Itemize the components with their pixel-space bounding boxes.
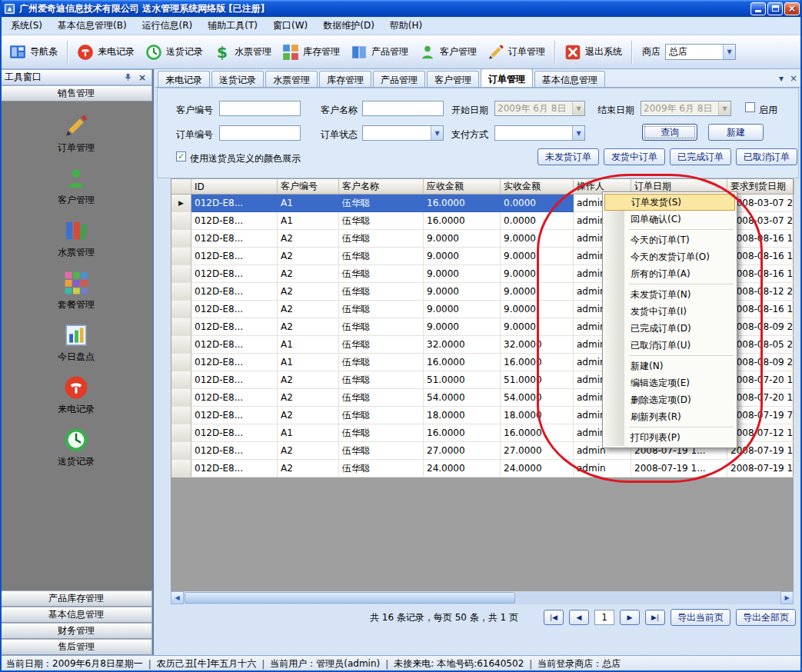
export-current-page-button[interactable]: 导出当前页 xyxy=(671,609,730,626)
context-menu-item-1[interactable]: 回单确认(C) xyxy=(604,211,735,228)
order-status-select[interactable]: ▼ xyxy=(362,125,444,141)
context-menu-item-3[interactable]: 今天的订单(T) xyxy=(604,231,735,248)
sidebar-group-0[interactable]: 产品库存管理 xyxy=(0,590,152,607)
tab-3[interactable]: 库存管理 xyxy=(319,71,371,87)
column-header-7[interactable]: 要求到货日期 xyxy=(727,179,794,195)
minimize-button[interactable] xyxy=(750,2,766,15)
toolbar-book-button[interactable]: 产品管理 xyxy=(346,41,413,64)
column-header-3[interactable]: 应收金额 xyxy=(424,179,501,195)
start-date-picker[interactable]: 2009年 6月 8日 ▼ xyxy=(494,101,585,116)
next-page-button[interactable]: ▶ xyxy=(620,610,640,625)
sidebar-item-5[interactable]: 来电记录 xyxy=(58,375,95,416)
tab-7[interactable]: 基本信息管理 xyxy=(534,71,605,87)
column-header-2[interactable]: 客户名称 xyxy=(339,179,424,195)
color-display-checkbox[interactable]: ✓ xyxy=(176,151,186,161)
context-menu-item-0[interactable]: 订单发货(S) xyxy=(604,194,735,211)
context-menu-item-13[interactable]: 编辑选定项(E) xyxy=(604,374,735,391)
toolbar-nav-panel-button[interactable]: 导航条 xyxy=(5,41,62,64)
order-status-filter-button-0[interactable]: 未发货订单 xyxy=(537,148,599,165)
context-menu-item-10[interactable]: 已取消订单(U) xyxy=(604,337,735,354)
enable-date-checkbox[interactable] xyxy=(745,102,755,112)
sidebar-close-icon[interactable]: × xyxy=(137,72,148,83)
store-select[interactable]: 总店 ▼ xyxy=(665,44,736,60)
tab-6[interactable]: 订单管理 xyxy=(481,68,533,87)
prev-page-button[interactable]: ◀ xyxy=(569,610,589,625)
context-menu-item-12[interactable]: 新建(N) xyxy=(604,358,735,374)
menu-item-5[interactable]: 数据维护(D) xyxy=(315,17,382,35)
sidebar-item-4[interactable]: 今日盘点 xyxy=(58,323,95,364)
sidebar-item-1[interactable]: 客户管理 xyxy=(58,166,95,207)
cell: 27.0000 xyxy=(501,442,574,460)
context-menu-item-8[interactable]: 发货中订单(I) xyxy=(604,303,735,320)
context-menu-item-5[interactable]: 所有的订单(A) xyxy=(604,265,735,282)
tab-1[interactable]: 送货记录 xyxy=(211,71,264,87)
sidebar-group-3[interactable]: 售后管理 xyxy=(0,639,152,655)
scroll-right-icon[interactable]: ▶ xyxy=(780,591,794,604)
new-button[interactable]: 新建 xyxy=(708,124,764,141)
cell: 2008-08-09 2... xyxy=(727,318,794,336)
customer-name-input[interactable] xyxy=(362,101,444,116)
pin-icon[interactable] xyxy=(122,73,133,82)
order-status-filter-button-1[interactable]: 发货中订单 xyxy=(604,148,665,165)
toolbar-inventory-grid-button[interactable]: 库存管理 xyxy=(278,41,344,64)
column-header-0[interactable]: ID xyxy=(191,179,278,195)
close-button[interactable]: × xyxy=(784,2,800,15)
tab-0[interactable]: 来电记录 xyxy=(158,71,210,87)
cell: 2008-08-05 2... xyxy=(727,336,794,354)
sidebar-item-6[interactable]: 送货记录 xyxy=(58,427,95,468)
first-page-button[interactable]: |◀ xyxy=(544,610,564,625)
maximize-button[interactable] xyxy=(767,2,783,15)
context-menu-item-9[interactable]: 已完成订单(D) xyxy=(604,320,735,337)
sidebar-item-2[interactable]: 水票管理 xyxy=(58,218,95,259)
menu-item-0[interactable]: 系统(S) xyxy=(3,17,50,35)
menu-item-3[interactable]: 辅助工具(T) xyxy=(200,17,265,35)
order-status-filter-button-3[interactable]: 已取消订单 xyxy=(736,148,797,165)
toolbar-clock-button[interactable]: 送货记录 xyxy=(141,41,208,64)
toolbar-separator xyxy=(554,41,555,64)
toolbar-person-button[interactable]: 客户管理 xyxy=(414,41,481,64)
menu-item-2[interactable]: 运行信息(R) xyxy=(135,17,201,35)
export-all-pages-button[interactable]: 导出全部页 xyxy=(736,609,796,626)
sidebar-group-2[interactable]: 财务管理 xyxy=(0,623,152,639)
end-date-label: 结束日期 xyxy=(597,104,634,117)
sidebar-group-sales[interactable]: 销售管理 xyxy=(0,85,152,101)
toolbar-pen-button[interactable]: 订单管理 xyxy=(483,41,550,64)
tab-5[interactable]: 客户管理 xyxy=(427,71,479,87)
order-status-filter-button-2[interactable]: 已完成订单 xyxy=(670,148,731,165)
tab-list-dropdown-icon[interactable]: ▾ xyxy=(779,73,784,84)
sidebar-group-1[interactable]: 基本信息管理 xyxy=(0,607,152,623)
status-segment-4: 当前登录商店：总店 xyxy=(537,657,621,670)
menu-item-6[interactable]: 帮助(H) xyxy=(382,17,430,35)
cell: 9.0000 xyxy=(424,265,501,283)
customer-no-input[interactable] xyxy=(219,101,301,116)
context-menu-item-15[interactable]: 刷新列表(R) xyxy=(604,408,735,425)
toolbar-dollar-button[interactable]: $水票管理 xyxy=(209,41,276,64)
last-page-button[interactable]: ▶| xyxy=(645,610,665,625)
context-menu-item-14[interactable]: 删除选定项(D) xyxy=(604,391,735,408)
cell: 012D-E8... xyxy=(191,442,278,460)
toolbar-phone-button[interactable]: 来电记录 xyxy=(72,41,139,64)
page-number-input[interactable]: 1 xyxy=(594,610,614,625)
sidebar-item-0[interactable]: 订单管理 xyxy=(58,114,95,155)
context-menu-item-4[interactable]: 今天的发货订单(O) xyxy=(604,248,735,265)
cell: 012D-E8... xyxy=(191,195,278,212)
query-button[interactable]: 查询 xyxy=(642,124,697,141)
tab-4[interactable]: 产品管理 xyxy=(373,71,425,87)
scrollbar-thumb[interactable] xyxy=(185,592,515,604)
menu-item-4[interactable]: 窗口(W) xyxy=(265,17,315,35)
menu-item-1[interactable]: 基本信息管理(B) xyxy=(50,17,135,35)
context-menu-item-7[interactable]: 未发货订单(N) xyxy=(604,286,735,303)
column-header-4[interactable]: 实收金额 xyxy=(501,179,574,195)
scroll-left-icon[interactable]: ◀ xyxy=(171,591,184,604)
context-menu-item-17[interactable]: 打印列表(P) xyxy=(604,429,735,446)
table-row[interactable]: 012D-E8...A2伍华聪24.000024.0000admin2008-0… xyxy=(171,460,793,477)
cell: 伍华聪 xyxy=(339,460,424,477)
tab-close-icon[interactable]: × xyxy=(790,73,797,84)
order-no-input[interactable] xyxy=(219,125,301,141)
end-date-picker[interactable]: 2009年 6月 8日 ▼ xyxy=(641,101,731,116)
toolbar-exit-button[interactable]: 退出系统 xyxy=(560,41,627,64)
tab-2[interactable]: 水票管理 xyxy=(265,71,318,87)
column-header-1[interactable]: 客户编号 xyxy=(278,179,339,195)
sidebar-item-3[interactable]: 套餐管理 xyxy=(58,271,95,311)
pay-method-select[interactable]: ▼ xyxy=(494,125,585,141)
